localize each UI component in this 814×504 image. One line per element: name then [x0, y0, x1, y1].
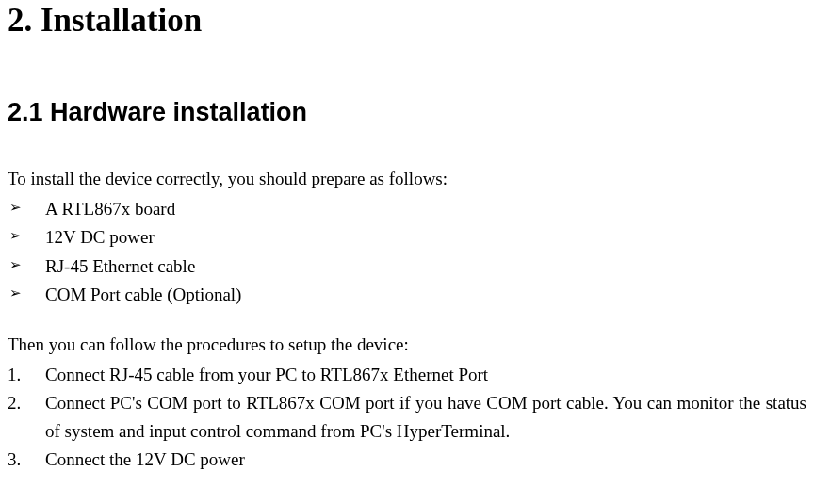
subsection-heading: 2.1 Hardware installation: [8, 98, 806, 127]
step-number: 3.: [8, 446, 21, 474]
list-item: ➢ RJ-45 Ethernet cable: [8, 252, 806, 281]
list-item-text: Connect PC's COM port to RTL867x COM por…: [45, 393, 806, 441]
procedures-intro: Then you can follow the procedures to se…: [8, 334, 806, 355]
list-item-text: Connect RJ-45 cable from your PC to RTL8…: [45, 365, 488, 384]
list-item-text: Connect the 12V DC power: [45, 449, 245, 469]
section-heading: 2. Installation: [8, 2, 806, 40]
requirements-list: ➢ A RTL867x board ➢ 12V DC power ➢ RJ-45…: [8, 195, 806, 310]
list-item-text: COM Port cable (Optional): [45, 285, 241, 304]
intro-paragraph: To install the device correctly, you sho…: [8, 169, 806, 189]
bullet-icon: ➢: [9, 282, 22, 304]
list-item-text: 12V DC power: [45, 227, 155, 247]
list-item-text: RJ-45 Ethernet cable: [45, 256, 195, 276]
bullet-icon: ➢: [9, 196, 22, 219]
bullet-icon: ➢: [9, 224, 22, 247]
list-item: ➢ A RTL867x board: [8, 195, 806, 223]
list-item: 3. Connect the 12V DC power: [8, 446, 806, 474]
list-item: ➢ COM Port cable (Optional): [8, 281, 806, 309]
bullet-icon: ➢: [9, 253, 22, 276]
list-item: 2. Connect PC's COM port to RTL867x COM …: [8, 389, 806, 446]
step-number: 1.: [8, 361, 21, 389]
step-number: 2.: [8, 389, 21, 417]
list-item: ➢ 12V DC power: [8, 223, 806, 252]
list-item: 1. Connect RJ-45 cable from your PC to R…: [8, 361, 806, 389]
list-item-text: A RTL867x board: [45, 199, 175, 219]
procedures-list: 1. Connect RJ-45 cable from your PC to R…: [8, 361, 806, 474]
